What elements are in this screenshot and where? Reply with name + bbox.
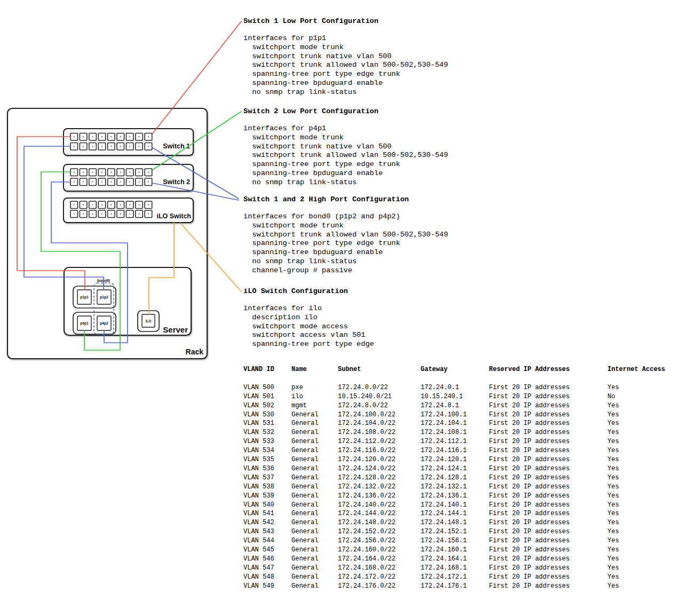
vlan-table-row: VLAN 500pxe172.24.0.0/22172.24.0.1First … [243, 383, 686, 392]
vlan-table-cell: 172.24.144.1 [421, 509, 467, 518]
vlan-table-cell: Yes [607, 410, 619, 420]
vlan-table-cell: General [291, 483, 318, 492]
vlan-table-cell: 172.24.164.0/22 [338, 555, 396, 564]
vlan-table-cell: VLAN 540 [243, 501, 274, 510]
port-dot [129, 146, 130, 147]
config-line: spanning-tree bpduguard enable [243, 79, 448, 88]
vlan-table-cell: Yes [607, 446, 619, 455]
port-dot [110, 181, 112, 183]
vlan-table-cell: General [291, 446, 318, 455]
vlan-table-cell: VLAN 533 [243, 437, 274, 446]
vlan-table-cell: 172.24.176.1 [421, 582, 467, 591]
vlan-table-cell: 172.24.144.0/22 [338, 509, 396, 518]
vlan-table-cell: VLAN 548 [243, 573, 274, 582]
vlan-table-header: Subnet [338, 365, 361, 374]
vlan-table-cell: 172.24.172.0/22 [338, 573, 396, 582]
port-dot [129, 172, 130, 173]
config-line: switchport trunk allowed vlan 500-502,53… [243, 231, 448, 240]
vlan-table-cell: 172.24.156.1 [421, 536, 467, 546]
vlan-table-header: Internet Access [607, 365, 665, 374]
vlan-table-cell: First 20 IP addresses [489, 492, 570, 501]
config-line: interfaces for p4p1 [243, 124, 448, 133]
port-dot [101, 204, 102, 206]
port-dot [138, 172, 139, 173]
vlan-table-cell: General [291, 464, 318, 473]
vlan-table-row: VLAN 501ilo10.15.240.0/2110.15.240.1Firs… [243, 392, 686, 401]
vlan-table-cell: 172.24.104.1 [421, 419, 467, 428]
port-dot [74, 146, 75, 147]
port-dot [83, 204, 84, 206]
config-line: interfaces for bond0 (p1p2 and p4p2) [243, 212, 448, 222]
vlan-table-cell: General [291, 509, 318, 518]
nic-p1p2-label: p1p2 [100, 295, 108, 299]
vlan-table-cell: Yes [607, 473, 619, 483]
vlan-table-cell: 172.24.116.1 [421, 446, 467, 455]
server-label: Server [163, 325, 188, 334]
vlan-table-cell: Yes [607, 501, 619, 510]
port-dot [129, 204, 130, 206]
vlan-table-cell: General [291, 455, 318, 464]
config-line: switchport access vlan 501 [243, 331, 374, 340]
vlan-table-cell: 172.24.148.1 [421, 518, 467, 527]
port-dot [120, 146, 121, 147]
config-block-title: Switch 1 Low Port Configuration [243, 17, 448, 26]
vlan-table-cell: VLAN 502 [243, 401, 274, 410]
vlan-table-cell: Yes [607, 573, 619, 582]
port-dot [138, 146, 139, 147]
vlan-table-cell: VLAN 539 [243, 492, 274, 501]
vlan-table-cell: 172.24.124.0/22 [338, 464, 396, 473]
vlan-table-cell: 172.24.176.0/22 [338, 582, 396, 591]
vlan-table-cell: Yes [607, 518, 619, 527]
vlan-table-cell: VLAN 541 [243, 509, 274, 518]
vlan-table-header: Reserved IP Addresses [489, 365, 570, 374]
vlan-table-row: VLAN 502mgmt172.24.8.0/22172.24.8.1First… [243, 401, 686, 410]
port-dot [74, 181, 75, 183]
vlan-table-cell: VLAN 536 [243, 464, 274, 473]
vlan-table-header-row: VLAND IDNameSubnetGatewayReserved IP Add… [243, 365, 686, 374]
vlan-table-cell: First 20 IP addresses [489, 518, 570, 527]
vlan-table-row: VLAN 544General172.24.156.0/22172.24.156… [243, 536, 686, 546]
vlan-table-cell: First 20 IP addresses [489, 392, 570, 401]
vlan-table-row: VLAN 539General172.24.136.0/22172.24.136… [243, 492, 686, 501]
vlan-table-cell: 172.24.132.0/22 [338, 483, 396, 492]
config-line: switchport trunk allowed vlan 500-502,53… [243, 151, 448, 160]
config-block-title: Switch 2 Low Port Configuration [243, 107, 448, 116]
switch1-box [64, 129, 193, 155]
vlan-table-cell: VLAN 549 [243, 582, 274, 591]
config-line: channel-group # passive [243, 266, 448, 275]
port-dot [101, 136, 102, 137]
vlan-table-cell: VLAN 547 [243, 564, 274, 573]
config-line: spanning-tree bpduguard enable [243, 169, 448, 178]
port-dot [92, 136, 93, 137]
nic-p4p1-label: p4p1 [80, 321, 89, 326]
vlan-table-cell: 172.24.132.1 [421, 483, 467, 492]
vlan-table-cell: General [291, 437, 318, 446]
screenshot-root: Switch 1 Switch 2 iLO Switch p1p1 p1p2 p… [0, 0, 687, 616]
vlan-table-cell: VLAN 538 [243, 483, 274, 492]
vlan-table-cell: First 20 IP addresses [489, 419, 570, 428]
config-block-lines: interfaces for ilo description ilo switc… [243, 304, 374, 349]
config-line: no snmp trap link-status [243, 257, 448, 266]
vlan-table-cell: First 20 IP addresses [489, 383, 570, 392]
vlan-table-cell: 172.24.100.0/22 [338, 410, 396, 420]
vlan-table-cell: VLAN 535 [243, 455, 274, 464]
config-line: spanning-tree port type edge trunk [243, 239, 448, 248]
vlan-table-cell: General [291, 492, 318, 501]
config-line: switchport mode trunk [243, 43, 448, 52]
vlan-table-cell: First 20 IP addresses [489, 501, 570, 510]
vlan-table-cell: First 20 IP addresses [489, 573, 570, 582]
nic-p1p1-label: p1p1 [80, 295, 89, 299]
port-dot [101, 146, 102, 147]
vlan-table-cell: 172.24.140.0/22 [338, 501, 396, 510]
vlan-table-row: VLAN 535General172.24.120.0/22172.24.120… [243, 455, 686, 464]
config-line: interfaces for p1p1 [243, 34, 448, 43]
port-dot [129, 136, 130, 137]
vlan-table-cell: VLAN 531 [243, 419, 274, 428]
vlan-table-cell: General [291, 518, 318, 527]
port-dot [148, 204, 149, 206]
vlan-table-cell: pxe [291, 383, 303, 392]
vlan-table-cell: Yes [607, 527, 619, 536]
vlan-table-cell: 172.24.160.0/22 [338, 546, 396, 555]
vlan-table-cell: 172.24.108.0/22 [338, 428, 396, 437]
config-line: switchport mode access [243, 322, 374, 331]
